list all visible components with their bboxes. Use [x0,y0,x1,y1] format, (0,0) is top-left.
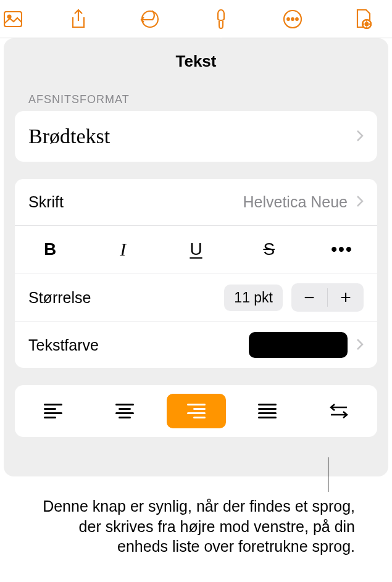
more-circle-icon[interactable] [268,0,317,38]
font-row[interactable]: Skrift Helvetica Neue [15,179,377,225]
align-right-button[interactable] [167,394,226,428]
size-row: Størrelse 11 pkt − + [15,273,377,322]
panel-title: Tekst [15,52,377,71]
align-left-button[interactable] [23,394,83,428]
size-value[interactable]: 11 pkt [224,285,283,311]
chevron-right-icon [356,336,364,355]
text-color-row[interactable]: Tekstfarve [15,322,377,368]
font-label: Skrift [28,193,243,211]
paragraph-style-card: Brødtekst [15,111,377,162]
bold-button[interactable]: B [28,236,72,263]
callout-text: Denne knap er synlig, når der findes et … [0,494,392,557]
chevron-right-icon [356,193,364,212]
chevron-right-icon [356,127,364,146]
svg-point-4 [287,18,290,20]
size-increase-button[interactable]: + [328,283,364,312]
alignment-card [15,385,377,437]
media-icon[interactable] [4,0,32,38]
format-panel: Tekst AFSNITSFORMAT Brødtekst Skrift Hel… [4,38,388,476]
font-card: Skrift Helvetica Neue B I U S ••• Større… [15,179,377,368]
svg-point-1 [8,15,11,18]
text-direction-button[interactable] [309,394,369,428]
font-value: Helvetica Neue [243,193,348,211]
text-color-label: Tekstfarve [28,336,249,354]
underline-button[interactable]: U [175,236,218,263]
strikethrough-button[interactable]: S [248,236,291,263]
svg-point-6 [296,18,298,20]
size-label: Størrelse [28,289,224,307]
svg-point-9 [365,22,368,25]
document-icon[interactable] [339,0,388,38]
top-toolbar [0,0,392,38]
paragraph-style-row[interactable]: Brødtekst [15,111,377,162]
italic-button[interactable]: I [101,236,144,263]
color-swatch [249,332,348,358]
undo-icon[interactable] [125,0,175,38]
size-decrease-button[interactable]: − [291,283,327,312]
section-label: AFSNITSFORMAT [28,93,377,106]
callout-leader-line [328,457,328,492]
align-justify-button[interactable] [238,394,297,428]
align-center-button[interactable] [95,394,154,428]
size-stepper: − + [291,283,364,312]
more-styles-button[interactable]: ••• [320,236,364,263]
paragraph-style-value: Brødtekst [28,125,356,148]
share-icon[interactable] [54,0,103,38]
svg-point-5 [291,18,294,20]
format-brush-icon[interactable] [196,0,246,38]
style-buttons-row: B I U S ••• [15,225,377,273]
